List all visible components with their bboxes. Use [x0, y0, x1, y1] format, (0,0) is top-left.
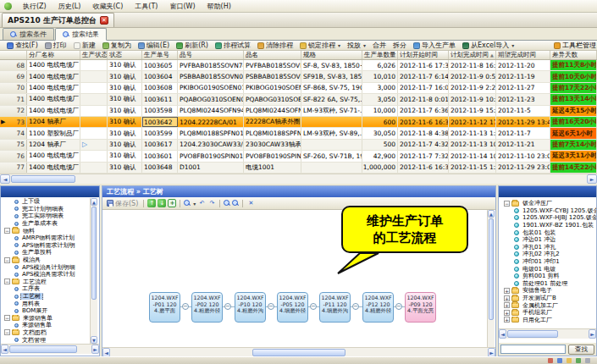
collapse-icon[interactable]: − — [4, 257, 10, 263]
toolbar-button-编辑(E)[interactable]: 编辑(E) — [135, 41, 173, 50]
connector-collapse-icon[interactable]: − — [224, 303, 231, 310]
toolbar-button-合并[interactable]: 合并 — [369, 41, 390, 50]
tree-item[interactable]: 冲边01 冲边 — [500, 236, 596, 244]
column-header-分厂名称[interactable]: 分厂名称 — [27, 51, 80, 59]
tab-search-results[interactable]: 搜索结果 — [55, 28, 107, 41]
dropdown-arrow-icon[interactable]: ▾ — [338, 42, 340, 48]
left-tree-hscrollbar[interactable]: ◄ ► — [1, 344, 99, 354]
tree-item[interactable]: APS模治具需求计划 — [1, 271, 89, 279]
expand-icon[interactable]: + — [504, 302, 510, 308]
tree-item[interactable]: APS物料需求计划明 — [1, 242, 89, 250]
nav-up-icon[interactable]: ↑ — [147, 199, 156, 207]
collapse-icon[interactable]: − — [504, 201, 510, 207]
tree-item[interactable]: +安德鲁电子 — [500, 287, 596, 295]
process-node[interactable]: 1204.WXF-P10 1204.粗磨外沟 — [235, 292, 266, 323]
dropdown-arrow-icon[interactable]: ▾ — [511, 42, 514, 48]
menu-item[interactable]: 历史(L) — [53, 1, 87, 12]
menu-item[interactable]: 窗口(W) — [163, 1, 201, 12]
table-row[interactable]: 691400 电线电缆厂310 确认1003604PSBBAB0185SOVN0… — [0, 71, 597, 82]
toolbar-button-排程试算[interactable]: 排程试算 — [212, 41, 254, 50]
column-header-规格[interactable]: 规格 — [301, 51, 362, 59]
tree-item[interactable]: 文档管理 — [1, 336, 89, 344]
tree-item[interactable]: AMRP物料需求计划 — [1, 234, 89, 242]
tree-item[interactable]: 工序表 — [1, 285, 89, 293]
find-node-icon[interactable] — [184, 200, 191, 207]
column-header-生产状态[interactable]: 生产状态 — [80, 51, 108, 59]
save-button[interactable]: 保存(S) — [105, 199, 140, 208]
tree-item[interactable]: 冲孔01 冲孔 — [500, 244, 596, 251]
tree-item[interactable]: 生产单成本表 — [1, 220, 89, 228]
find-dropdown-icon[interactable]: ▾ — [193, 201, 196, 207]
expand-icon[interactable]: + — [504, 295, 510, 301]
connector-collapse-icon[interactable]: − — [352, 303, 359, 310]
expand-icon[interactable]: + — [504, 288, 510, 294]
column-header-计划开始时间[interactable]: 计划开始时间 — [398, 51, 449, 59]
process-node[interactable]: 1204.WXF-P11 1204.细磨外沟 — [319, 292, 351, 323]
process-node[interactable]: 1204.WXF-P01 1204.磨平面 — [149, 292, 180, 323]
undo-icon[interactable]: ↶ — [197, 199, 206, 207]
tree-item[interactable]: APS模治具计划明细 — [1, 263, 89, 271]
column-header-rownum[interactable] — [0, 51, 27, 59]
tree-item[interactable]: 前处理01 前处理 — [500, 280, 596, 288]
column-header-期望完成时间[interactable]: 期望完成时间 — [496, 51, 550, 59]
table-row[interactable]: 761400 电线电缆厂310 确认1003601PVO8FB0190SPIN0… — [0, 151, 597, 162]
process-node[interactable]: 1204.WXF-P12 1204.精磨外径 — [362, 292, 394, 323]
tree-item[interactable]: −模治具 — [1, 256, 89, 264]
tree-item[interactable]: 剪料001 剪料 — [500, 273, 596, 280]
scroll-left-icon[interactable]: ◄ — [0, 174, 10, 184]
redo-icon[interactable]: ↷ — [207, 199, 216, 207]
process-node[interactable]: 1204.WXF-P05 1204.细磨外径 — [277, 292, 308, 323]
window-tab[interactable]: APS210 生产订单总控台 ✕ — [2, 13, 114, 27]
tree-item[interactable]: 工艺树 — [1, 293, 89, 301]
collapse-icon[interactable]: − — [4, 279, 10, 284]
tree-item[interactable]: +开发测试厂B — [500, 295, 596, 302]
connector-collapse-icon[interactable]: − — [310, 303, 317, 310]
toolbar-button-查找(F)[interactable]: 查找(F) — [3, 41, 41, 50]
collapse-icon[interactable]: − — [4, 315, 10, 321]
toolbar-button-复制为[interactable]: 复制为 — [99, 41, 135, 50]
menu-item[interactable]: 收藏夹(C) — [86, 1, 129, 12]
tree-item[interactable]: −钣金冲压厂 — [500, 200, 596, 207]
operation-search-input[interactable] — [500, 345, 566, 354]
toolbar-button-打印[interactable]: 打印 — [41, 41, 70, 50]
process-node[interactable]: 1204.WXF-P09 1204.平面光亮 — [405, 292, 436, 323]
tree-item[interactable]: 冲孔02 冲孔2 — [500, 251, 596, 258]
tree-item[interactable]: +金属机加工厂 — [500, 301, 596, 309]
tree-item[interactable]: 包装01 包装 — [500, 229, 596, 236]
right-tree-hscrollbar[interactable]: ◄ ► — [499, 328, 596, 339]
tree-item[interactable]: 完工计划明细表 — [1, 206, 89, 213]
collapse-icon[interactable]: − — [4, 228, 10, 234]
fit-view-icon[interactable]: ✕ — [246, 199, 255, 207]
column-header-生产单数量[interactable]: 生产单数量 — [362, 51, 398, 59]
column-header-生产单号[interactable]: 生产单号 — [142, 51, 178, 59]
zoom-in-icon[interactable] — [224, 200, 230, 207]
menu-item[interactable]: 工具(T) — [129, 1, 163, 12]
left-tree-vscrollbar[interactable]: ▲ ▼ — [90, 198, 97, 344]
dropdown-arrow-icon[interactable]: ▾ — [363, 42, 366, 48]
tree-item[interactable]: 用料表 — [1, 300, 89, 307]
table-row[interactable]: 741100 塑胶制品厂310 确认1003599PLQ8MI0188SPFN0… — [0, 128, 597, 139]
table-row[interactable]: 721400 电线电缆厂310 确认1003598PLQ8MI0244SOFN9… — [0, 106, 597, 117]
table-row[interactable]: 73▶1204 轴承厂310 确认10036421204.22228CA/012… — [0, 117, 597, 128]
tree-item[interactable]: −文档图档 — [1, 329, 89, 337]
toolbar-button-导入生产单[interactable]: 导入生产单 — [410, 41, 459, 50]
table-row[interactable]: 701400 电线电缆厂310 确认1003608PKIBOG0190SOEN0… — [0, 83, 597, 94]
toolbar-button-从Excel导入[interactable]: 从Excel导入▾ — [459, 41, 517, 50]
toolbar-button-新建[interactable]: 新建 — [70, 41, 99, 50]
grid-hscrollbar[interactable]: ◄ ► — [0, 174, 597, 184]
table-row[interactable]: 751204 轴承厂▷310 确认10036171204.23030CAW33/… — [0, 140, 597, 151]
tree-item[interactable]: −工艺流程 — [1, 279, 89, 286]
connector-collapse-icon[interactable]: − — [182, 303, 189, 310]
tree-item[interactable]: 完工实际明细表 — [1, 212, 89, 220]
grid-hscroll-thumb[interactable] — [11, 175, 75, 183]
tree-item[interactable]: 来源销售单 — [1, 322, 89, 329]
toolbar-button-投放[interactable]: 投放▾ — [344, 41, 369, 50]
tree-item[interactable]: 1205.WXF-HJBJ 1205.钣金焊 — [500, 214, 596, 222]
toolbar-button-清除排程[interactable]: 清除排程 — [254, 41, 296, 50]
expand-icon[interactable]: + — [504, 317, 510, 323]
table-row[interactable]: 771400 电线电缆厂310 确认1003648D1001电缆10011,00… — [0, 163, 597, 174]
nav-down-icon[interactable]: ↓ — [158, 199, 166, 207]
flow-vscrollbar[interactable]: ▲ ▼ — [487, 210, 495, 357]
tree-item[interactable]: BOM展开 — [1, 307, 89, 315]
tree-item[interactable]: 1205.WXF-CYBJ 1205.钣金冲 — [500, 207, 596, 215]
